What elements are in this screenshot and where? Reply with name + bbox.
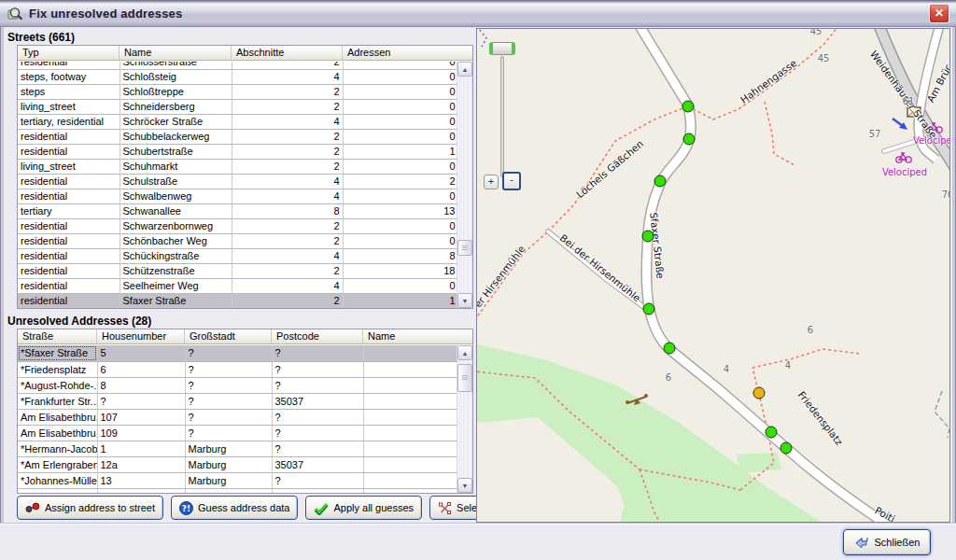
zoom-in-button[interactable]: + [484, 175, 499, 189]
column-header-strasse[interactable]: Straße [18, 329, 97, 343]
table-cell: ? [272, 425, 363, 441]
table-cell: 4 [232, 189, 343, 203]
table-row[interactable]: living_streetSchuhmarkt20 [18, 159, 457, 174]
table-row[interactable]: residentialSchwarzenbornweg20 [18, 218, 457, 233]
table-cell: 2 [232, 84, 343, 99]
map-marker[interactable] [753, 387, 766, 399]
table-row[interactable]: *Hermann-Jacob...1Marburg? [18, 441, 457, 456]
table-cell: Schwanallee [120, 203, 232, 218]
scrollbar-thumb[interactable] [457, 240, 472, 256]
table-row[interactable]: residentialSchückingstraße48 [18, 248, 457, 263]
table-cell: 2 [343, 174, 457, 189]
apply-all-guesses-button[interactable]: Apply all guesses [305, 496, 422, 520]
street-name-label: Sfaxer Straße [648, 212, 666, 279]
table-row[interactable]: residentialSchubertstraße21 [18, 144, 457, 159]
table-cell: 0 [343, 114, 457, 129]
scroll-up-button[interactable]: ▲ [457, 62, 472, 77]
map-marker[interactable] [682, 101, 695, 113]
map-marker[interactable] [780, 442, 793, 455]
map-marker[interactable] [654, 175, 667, 188]
addresses-scrollbar[interactable]: ▲ ▼ [457, 345, 472, 493]
table-row[interactable]: residentialSfaxer Straße21 [18, 293, 457, 308]
column-header-typ[interactable]: Typ [18, 46, 120, 60]
table-row[interactable]: *Friedensplatz6?? [18, 361, 457, 377]
table-row[interactable]: Am Elisabethbru...109?? [18, 425, 457, 441]
table-cell: 18 [343, 263, 457, 278]
table-row[interactable]: residentialSchönbacher Weg20 [18, 233, 457, 248]
table-cell: residential [18, 278, 120, 293]
table-row[interactable]: residentialSchubbelackerweg20 [18, 129, 457, 144]
table-cell: residential [18, 263, 120, 278]
assign-address-to-street-button[interactable]: Assign address to street [17, 496, 163, 520]
street-name-label: Friedensplatz [796, 389, 845, 447]
column-header-abschnitte[interactable]: Abschnitte [232, 46, 343, 60]
map-marker[interactable] [664, 343, 676, 355]
scroll-down-button[interactable]: ▼ [457, 478, 472, 493]
column-header-postcode[interactable]: Postcode [272, 329, 363, 343]
table-cell: 0 [343, 62, 457, 69]
table-row[interactable]: *August-Rohde-...8?? [18, 377, 457, 393]
zoom-out-button[interactable]: - [502, 172, 521, 190]
table-row[interactable]: Am Elisabethbru...107?? [18, 409, 457, 425]
table-cell: ? [185, 393, 272, 409]
map-marker[interactable] [683, 133, 696, 146]
table-row[interactable]: *Am Erlengraben12aMarburg35037 [18, 456, 457, 472]
table-row[interactable]: steps, footwaySchloßsteig40 [18, 69, 457, 84]
table-cell: 0 [343, 189, 457, 203]
table-row[interactable]: *Sfaxer Straße5?? [18, 345, 457, 361]
close-dialog-label: Schließen [875, 537, 921, 548]
table-row[interactable]: *Frankfurter Str...??35037 [18, 393, 457, 409]
street-name-label: Am Brüc [924, 62, 950, 104]
addresses-section-title: Unresolved Addresses (28) [7, 315, 151, 328]
column-header-adressen[interactable]: Adressen [343, 46, 472, 60]
table-row[interactable]: *Johannes-Mülle...13Marburg? [18, 472, 457, 488]
zoom-slider-track[interactable] [500, 56, 504, 177]
map-marker[interactable] [766, 427, 778, 439]
table-cell: 1 [97, 441, 185, 456]
house-number-label: 45 [810, 28, 822, 36]
close-dialog-button[interactable]: Schließen [843, 529, 931, 555]
table-cell: residential [18, 293, 120, 308]
column-header-name[interactable]: Name [120, 46, 232, 60]
scroll-down-button[interactable]: ▼ [457, 293, 472, 308]
table-cell [363, 345, 457, 361]
table-cell: ? [272, 409, 363, 425]
app-icon [7, 6, 23, 21]
scroll-up-button[interactable]: ▲ [457, 345, 472, 360]
house-number-label: 70 [942, 189, 950, 200]
map-marker[interactable] [643, 303, 655, 315]
table-cell: 2 [232, 159, 343, 174]
table-row[interactable]: living_streetSchneidersberg20 [18, 99, 457, 114]
guess-address-data-button[interactable]: ?! Guess address data [171, 496, 298, 520]
table-cell: 2 [232, 263, 343, 278]
column-header-grossstadt[interactable]: Großstadt [185, 329, 272, 343]
table-cell: Marburg [185, 472, 272, 488]
title-bar[interactable]: Fix unresolved addresses ✕ [0, 0, 956, 27]
table-row[interactable]: *Zur Kaute13Marburg? [18, 488, 457, 493]
scrollbar-thumb[interactable] [457, 364, 472, 392]
zoom-slider-handle[interactable] [489, 42, 515, 55]
table-row[interactable]: stepsSchloßtreppe20 [18, 84, 457, 99]
table-row[interactable]: residentialSchlosserstraße20 [18, 62, 457, 69]
close-window-button[interactable]: ✕ [929, 4, 949, 23]
map-canvas[interactable]: Löchels GäßchenHahnengasseBei der Hirsen… [476, 28, 950, 523]
table-cell: 0 [343, 84, 457, 99]
table-row[interactable]: residentialSchützenstraße218 [18, 263, 457, 278]
table-row[interactable]: residentialSeelheimer Weg40 [18, 278, 457, 293]
assign-icon [25, 501, 40, 514]
table-cell: residential [18, 218, 120, 233]
table-cell: residential [18, 62, 120, 69]
streets-scrollbar[interactable]: ▲ ▼ [457, 62, 472, 308]
table-row[interactable]: tertiarySchwanallee813 [18, 203, 457, 218]
close-icon: ✕ [935, 7, 944, 20]
table-cell: ? [272, 345, 363, 361]
table-row[interactable]: residentialSchulstraße42 [18, 174, 457, 189]
table-cell: 4 [232, 174, 343, 189]
table-row[interactable]: tertiary, residentialSchröcker Straße40 [18, 114, 457, 129]
table-cell: 0 [343, 129, 457, 144]
column-header-name[interactable]: Name [363, 329, 472, 343]
table-row[interactable]: residentialSchwalbenweg40 [18, 189, 457, 203]
map-marker[interactable] [642, 231, 654, 243]
column-header-housenumber[interactable]: Housenumber [97, 329, 185, 343]
table-cell: Sfaxer Straße [120, 293, 232, 308]
